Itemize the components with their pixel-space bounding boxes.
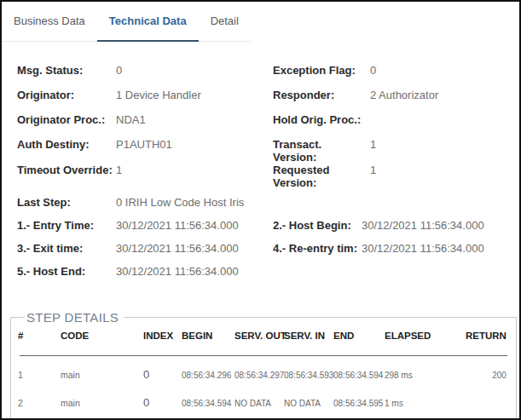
step-cell-code: main bbox=[61, 370, 143, 380]
field-row: Msg. Status: 0 Exception Flag: 0 bbox=[17, 64, 519, 89]
step-cell-serv-in: NO DATA bbox=[284, 399, 333, 408]
step-table-header: # CODE INDEX BEGIN SERV. OUT SERV. IN EN… bbox=[18, 330, 509, 342]
step-cell-serv-in: 08:56:34.593 bbox=[284, 371, 333, 380]
step-cell-return: 200 bbox=[466, 371, 509, 380]
timestamp-row: 5.- Host End: 30/12/2021 11:56:34.000 bbox=[17, 265, 519, 288]
step-cell-end: 08:56:34.595 bbox=[333, 399, 385, 408]
tab-label: Detail bbox=[211, 14, 239, 27]
timestamp-value: 30/12/2021 11:56:34.000 bbox=[116, 219, 273, 232]
timestamp-label: 1.- Entry Time: bbox=[17, 219, 116, 232]
timestamp-value: 30/12/2021 11:56:34.000 bbox=[116, 242, 273, 255]
step-table-row: 1 main 0 08:56:34.296 08:56:34.297 08:56… bbox=[18, 368, 509, 381]
field-label: Hold Orig. Proc.: bbox=[273, 113, 370, 126]
step-column-header: # bbox=[18, 330, 61, 342]
step-details-fieldset: STEP DETAILS # CODE INDEX BEGIN SERV. OU… bbox=[10, 310, 517, 420]
step-column-header: CODE bbox=[61, 330, 143, 342]
tab-strip: Business Data Technical Data Detail bbox=[2, 2, 251, 42]
timestamp-value: 0 IRIH Low Code Host Iris bbox=[116, 196, 273, 209]
timestamp-value: 30/12/2021 11:56:34.000 bbox=[362, 242, 519, 255]
timestamp-row: 3.- Exit time: 30/12/2021 11:56:34.000 4… bbox=[17, 242, 519, 265]
field-label: Responder: bbox=[273, 89, 370, 101]
field-value: 1 Device Handler bbox=[116, 89, 273, 101]
step-cell-serv-out: 08:56:34.297 bbox=[234, 371, 284, 380]
step-column-header: INDEX bbox=[143, 330, 182, 342]
timestamp-label: 2.- Host Begin: bbox=[273, 219, 362, 232]
field-row: Auth Destiny: P1AUTH01 Transact. Version… bbox=[17, 138, 519, 164]
step-column-header: SERV. IN bbox=[284, 330, 333, 342]
step-column-header: SERV. OUT bbox=[234, 330, 284, 342]
tab-business-data[interactable]: Business Data bbox=[2, 2, 97, 42]
timestamp-value: 30/12/2021 11:56:34.000 bbox=[362, 219, 519, 232]
field-label: Originator Proc.: bbox=[17, 113, 116, 126]
field-label: Msg. Status: bbox=[17, 64, 116, 77]
step-column-header: RETURN bbox=[466, 330, 509, 342]
tab-detail[interactable]: Detail bbox=[199, 2, 251, 42]
timestamp-label: 5.- Host End: bbox=[17, 265, 116, 278]
step-details-title: STEP DETAILS bbox=[25, 310, 124, 325]
timestamps-section: Last Step: 0 IRIH Low Code Host Iris 1.-… bbox=[17, 196, 519, 288]
timestamp-label: Last Step: bbox=[17, 196, 116, 209]
field-value: 1 bbox=[370, 164, 519, 176]
technical-fields-section: Msg. Status: 0 Exception Flag: 0 Origina… bbox=[17, 64, 519, 189]
step-column-header: BEGIN bbox=[182, 330, 234, 342]
step-table-row: 2 main 0 08:56:34.594 NO DATA NO DATA 08… bbox=[18, 396, 509, 409]
field-value: 1 bbox=[370, 138, 519, 151]
step-cell-elapsed: 1 ms bbox=[385, 399, 466, 408]
step-table-divider bbox=[20, 355, 507, 356]
field-row: Timeout Override: 1 Requested Version: 1 bbox=[17, 164, 519, 189]
field-value: 2 Authorizator bbox=[370, 89, 519, 101]
field-label: Timeout Override: bbox=[17, 164, 116, 176]
step-column-header: END bbox=[333, 330, 385, 342]
step-cell-serv-out: NO DATA bbox=[234, 399, 284, 408]
timestamp-label: 4.- Re-entry tim: bbox=[273, 242, 362, 255]
step-cell-begin: 08:56:34.594 bbox=[182, 399, 234, 408]
field-value: 0 bbox=[370, 64, 519, 77]
field-label: Transact. Version: bbox=[273, 138, 370, 164]
tab-technical-data[interactable]: Technical Data bbox=[97, 2, 199, 42]
step-cell-index: 0 bbox=[143, 368, 182, 381]
field-row: Originator: 1 Device Handler Responder: … bbox=[17, 89, 519, 113]
field-value: 1 bbox=[116, 164, 273, 176]
field-value: P1AUTH01 bbox=[116, 138, 273, 151]
transaction-detail-window: { "colors": { "tab_active": "#336699", "… bbox=[0, 0, 521, 420]
field-label: Exception Flag: bbox=[273, 64, 370, 77]
step-cell-code: main bbox=[61, 398, 143, 408]
field-value: 0 bbox=[116, 64, 273, 77]
field-label: Auth Destiny: bbox=[17, 138, 116, 151]
field-label: Requested Version: bbox=[273, 164, 370, 189]
field-value: NDA1 bbox=[116, 113, 273, 126]
field-label: Originator: bbox=[17, 89, 116, 101]
step-cell-elapsed: 298 ms bbox=[385, 371, 466, 380]
step-cell-end: 08:56:34.594 bbox=[333, 371, 385, 380]
step-cell-number: 2 bbox=[18, 398, 61, 408]
timestamp-row: Last Step: 0 IRIH Low Code Host Iris bbox=[17, 196, 519, 219]
tab-label: Business Data bbox=[14, 14, 85, 27]
step-cell-index: 0 bbox=[143, 396, 182, 409]
timestamp-label: 3.- Exit time: bbox=[17, 242, 116, 255]
timestamp-row: 1.- Entry Time: 30/12/2021 11:56:34.000 … bbox=[17, 219, 519, 242]
timestamp-value: 30/12/2021 11:56:34.000 bbox=[116, 265, 273, 278]
tab-label: Technical Data bbox=[109, 14, 187, 27]
step-column-header: ELAPSED bbox=[385, 330, 466, 342]
field-row: Originator Proc.: NDA1 Hold Orig. Proc.: bbox=[17, 113, 519, 138]
step-cell-number: 1 bbox=[18, 370, 61, 380]
step-table-body: 1 main 0 08:56:34.296 08:56:34.297 08:56… bbox=[18, 368, 509, 409]
step-cell-begin: 08:56:34.296 bbox=[182, 371, 234, 380]
